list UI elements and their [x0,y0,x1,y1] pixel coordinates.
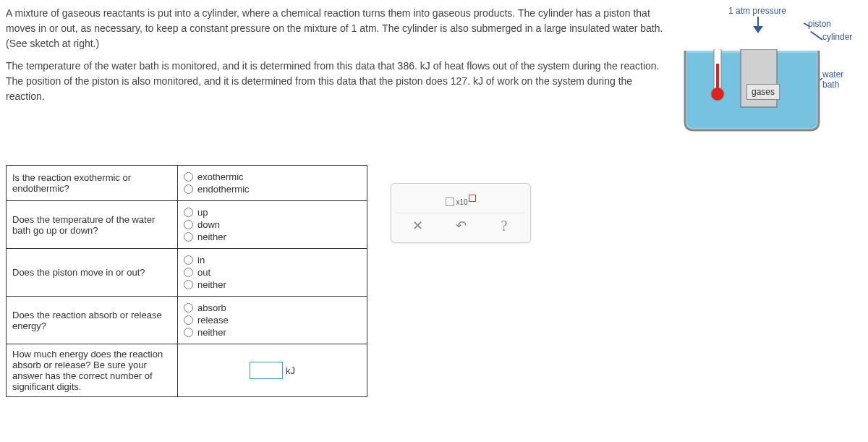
apparatus-diagram: 1 atm pressure piston cylinder water bat… [681,6,862,136]
gases-label: gases [746,84,780,100]
q4-opt-neither-label: neither [197,327,226,338]
q2-opt-down-label: down [197,219,220,230]
cylinder-label: cylinder [822,32,852,42]
q2-opt-neither[interactable] [184,232,193,242]
svg-marker-0 [753,26,763,33]
q3-opt-neither-label: neither [197,279,226,290]
problem-description: A mixture of gaseous reactants is put in… [6,6,667,111]
question-4: Does the reaction absorb or release ener… [7,297,178,344]
q3-opt-neither[interactable] [184,280,193,289]
q3-opt-in-label: in [197,255,205,265]
energy-value-input[interactable] [250,362,283,379]
q2-opt-neither-label: neither [197,231,226,242]
question-2: Does the temperature of the water bath g… [7,201,178,249]
q4-opt-release-label: release [197,315,229,326]
description-paragraph-2: The temperature of the water bath is mon… [6,59,667,104]
question-3-options: in out neither [178,249,367,297]
energy-unit: kJ [286,365,295,376]
q4-opt-release[interactable] [184,315,193,325]
undo-button[interactable]: ↶ [450,216,472,236]
x-icon: ✕ [412,218,423,234]
question-2-options: up down neither [178,201,367,249]
question-5-input-cell: kJ [178,344,367,397]
description-paragraph-1: A mixture of gaseous reactants is put in… [6,6,667,51]
question-icon: ? [501,218,508,234]
help-button[interactable]: ? [493,216,515,236]
q2-opt-up[interactable] [184,208,193,217]
sci-notation-button[interactable]: x10 [450,190,472,211]
question-5: How much energy does the reaction absorb… [7,344,178,397]
cylinder-leader [810,31,823,41]
q4-opt-absorb[interactable] [184,303,193,313]
q3-opt-out[interactable] [184,268,193,277]
q4-opt-neither[interactable] [184,328,193,337]
q1-opt-endothermic[interactable] [184,184,193,194]
q3-opt-in[interactable] [184,255,193,265]
question-4-options: absorb release neither [178,297,367,344]
answer-toolbar: x10 ✕ ↶ ? [391,183,531,243]
q2-opt-up-label: up [197,207,208,218]
question-table: Is the reaction exothermic or endothermi… [6,165,367,397]
clear-button[interactable]: ✕ [407,216,428,236]
question-1-options: exothermic endothermic [178,166,367,201]
q4-opt-absorb-label: absorb [197,302,226,313]
q3-opt-out-label: out [197,267,210,278]
undo-icon: ↶ [456,218,467,234]
arrow-down-icon [753,26,763,33]
waterbath-label: water bath [822,69,862,90]
piston-label: piston [808,19,831,29]
q1-opt-endothermic-label: endothermic [197,184,250,195]
question-1: Is the reaction exothermic or endothermi… [7,166,178,201]
svg-rect-16 [716,64,719,94]
question-3: Does the piston move in or out? [7,249,178,297]
pressure-label: 1 atm pressure [728,6,786,16]
q2-opt-down[interactable] [184,220,193,229]
q1-opt-exothermic[interactable] [184,172,193,182]
q1-opt-exothermic-label: exothermic [197,171,244,182]
